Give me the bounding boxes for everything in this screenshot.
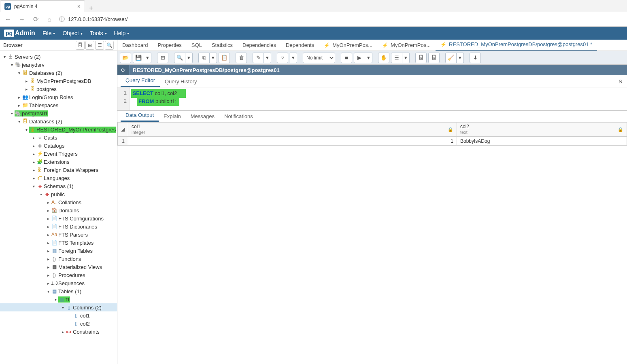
tab-explain[interactable]: Explain — [159, 111, 186, 122]
tree-db-myonprem[interactable]: ▸🗄MyOnPremPostgresDB — [0, 77, 117, 85]
tree-col2[interactable]: ▯col2 — [0, 320, 117, 328]
tree-fdw[interactable]: ▸🗄Foreign Data Wrappers — [0, 166, 117, 174]
tree-constraints[interactable]: ▸▸◂Constraints — [0, 328, 117, 336]
tab-query-2[interactable]: ⚡MyOnPremPos... — [377, 40, 436, 51]
row-corner[interactable]: ◢ — [118, 123, 128, 137]
result-grid[interactable]: ◢ col1integer🔒 col2text🔒 1 1 BobbyIsADog — [117, 122, 627, 146]
tab-query-3[interactable]: ⚡RESTORED_MyOnPremPostgresDB/postgres@po… — [436, 40, 597, 51]
rollback-button[interactable]: 🗄 — [428, 53, 440, 63]
execute-button[interactable]: ▶ — [354, 53, 365, 63]
edit-dropdown[interactable]: ▾ — [264, 53, 271, 63]
tree-roles[interactable]: ▸👥Login/Group Roles — [0, 93, 117, 101]
explain-dropdown[interactable]: ▾ — [402, 53, 410, 63]
tab-scratch[interactable]: S — [614, 76, 627, 87]
tree-catalogs[interactable]: ▸◈Catalogs — [0, 142, 117, 150]
tree-tablespaces[interactable]: ▸📁Tablespaces — [0, 101, 117, 109]
open-file-button[interactable]: 📂 — [120, 53, 131, 63]
menu-help[interactable]: Help▾ — [114, 30, 130, 36]
object-tree[interactable]: ▾🗄Servers (2) ▾🐘jeanydsrv ▾🗄Databases (2… — [0, 51, 117, 337]
tree-col1[interactable]: ▯col1 — [0, 311, 117, 320]
tab-dependencies[interactable]: Dependencies — [238, 40, 281, 51]
new-tab-button[interactable]: + — [85, 4, 97, 12]
tab-query-editor[interactable]: Query Editor — [121, 75, 160, 87]
tree-domains[interactable]: ▸🏠Domains — [0, 206, 117, 214]
sql-editor[interactable]: 12 SELECT col1, col2 FROM public.t1; — [117, 87, 627, 110]
clear-dropdown[interactable]: ▾ — [457, 53, 464, 63]
paste-button[interactable]: 📋 — [219, 53, 230, 63]
cell-col2[interactable]: BobbyIsADog — [457, 137, 627, 146]
tree-db-postgres[interactable]: ▸🗄postgres — [0, 85, 117, 93]
menu-object[interactable]: Object▾ — [62, 30, 82, 36]
tree-casts[interactable]: ▸⟐Casts — [0, 133, 117, 142]
tab-dependents[interactable]: Dependents — [281, 40, 319, 51]
stop-button[interactable]: ■ — [341, 53, 352, 63]
table-row[interactable]: 1 1 BobbyIsADog — [118, 137, 627, 146]
tree-collations[interactable]: ▸A↓Collations — [0, 198, 117, 206]
tree-columns[interactable]: ▾▯Columns (2) — [0, 303, 117, 311]
tree-db-restored[interactable]: ▾🗄RESTORED_MyOnPremPostgres — [0, 125, 117, 133]
tab-messages[interactable]: Messages — [186, 111, 219, 122]
tree-databases-1[interactable]: ▾🗄Databases (2) — [0, 69, 117, 77]
commit-button[interactable]: 🗄 — [415, 53, 427, 63]
back-icon[interactable]: ← — [4, 16, 12, 23]
browser-tab[interactable]: pg pgAdmin 4 × — [0, 0, 85, 12]
explain-analyze-button[interactable]: ☰ — [391, 53, 402, 63]
col-header-col2[interactable]: col2text🔒 — [457, 123, 627, 137]
tree-fts-parsers[interactable]: ▸AaFTS Parsers — [0, 231, 117, 239]
tree-server-1[interactable]: ▾🐘jeanydsrv — [0, 61, 117, 69]
tree-databases-2[interactable]: ▾🗄Databases (2) — [0, 117, 117, 125]
filter-dropdown[interactable]: ▾ — [290, 53, 297, 63]
tree-fts-templates[interactable]: ▸📄FTS Templates — [0, 239, 117, 247]
tree-server-2[interactable]: ▾🐘postgres01 — [0, 109, 117, 117]
limit-select[interactable]: No limit — [303, 53, 335, 63]
menu-tools[interactable]: Tools▾ — [90, 30, 107, 36]
tree-schemas[interactable]: ▾◈Schemas (1) — [0, 182, 117, 190]
pgadmin-logo[interactable]: pg Admin — [4, 30, 35, 37]
tree-procedures[interactable]: ▸()Procedures — [0, 271, 117, 279]
edit-button[interactable]: ✎ — [253, 53, 264, 63]
tree-extensions[interactable]: ▸🧩Extensions — [0, 158, 117, 166]
tree-mviews[interactable]: ▸▦Materialized Views — [0, 263, 117, 271]
tree-foreign-tables[interactable]: ▸▦Foreign Tables — [0, 247, 117, 255]
tab-properties[interactable]: Properties — [153, 40, 187, 51]
tree-table-t1[interactable]: ▾▦t1 — [0, 295, 117, 303]
url-bar[interactable]: ⓘ 127.0.0.1:63374/browser/ — [59, 16, 623, 23]
search-objects-icon[interactable]: 🔍 — [105, 41, 114, 50]
find-dropdown[interactable]: ▾ — [185, 53, 193, 63]
tab-query-history[interactable]: Query History — [160, 76, 202, 87]
download-button[interactable]: ⬇ — [470, 53, 481, 63]
tree-public[interactable]: ▾◆public — [0, 190, 117, 198]
tree-fts-dict[interactable]: ▸📄FTS Dictionaries — [0, 222, 117, 231]
tree-tables[interactable]: ▾▦Tables (1) — [0, 287, 117, 295]
forward-icon[interactable]: → — [18, 16, 26, 23]
col-header-col1[interactable]: col1integer🔒 — [128, 123, 457, 137]
connection-icon[interactable]: ⟳ — [117, 65, 130, 75]
copy-button[interactable]: ⧉ — [198, 53, 210, 63]
tab-dashboard[interactable]: Dashboard — [117, 40, 153, 51]
execute-dropdown[interactable]: ▾ — [365, 53, 372, 63]
tab-notifications[interactable]: Notifications — [219, 111, 258, 122]
tab-statistics[interactable]: Statistics — [207, 40, 238, 51]
tree-event-triggers[interactable]: ▸⚡Event Triggers — [0, 150, 117, 158]
tree-languages[interactable]: ▸🏷Languages — [0, 174, 117, 182]
save-file-button[interactable]: 💾 — [133, 53, 144, 63]
find-button[interactable]: 🔍 — [174, 53, 185, 63]
delete-button[interactable]: 🗑 — [236, 53, 247, 63]
copy-dropdown[interactable]: ▾ — [210, 53, 217, 63]
home-icon[interactable]: ⌂ — [45, 16, 53, 23]
tree-fts-config[interactable]: ▸📄FTS Configurations — [0, 214, 117, 222]
explain-button[interactable]: ✋ — [378, 53, 389, 63]
clear-button[interactable]: 🧹 — [445, 53, 457, 63]
tree-functions[interactable]: ▸()Functions — [0, 255, 117, 263]
tab-close-icon[interactable]: × — [77, 3, 81, 10]
tab-data-output[interactable]: Data Output — [121, 110, 159, 122]
refresh-icon[interactable]: ⟳ — [32, 15, 40, 23]
tab-query-1[interactable]: ⚡MyOnPremPos... — [319, 40, 377, 51]
filter-button[interactable]: ▿ — [277, 53, 288, 63]
cell-col1[interactable]: 1 — [128, 137, 457, 146]
edit-grid-button[interactable]: ⊞ — [157, 53, 168, 63]
tab-sql[interactable]: SQL — [187, 40, 207, 51]
save-file-dropdown[interactable]: ▾ — [144, 53, 151, 63]
query-tool-icon[interactable]: 🗄 — [76, 41, 85, 50]
filter-rows-icon[interactable]: ☰ — [95, 41, 104, 50]
